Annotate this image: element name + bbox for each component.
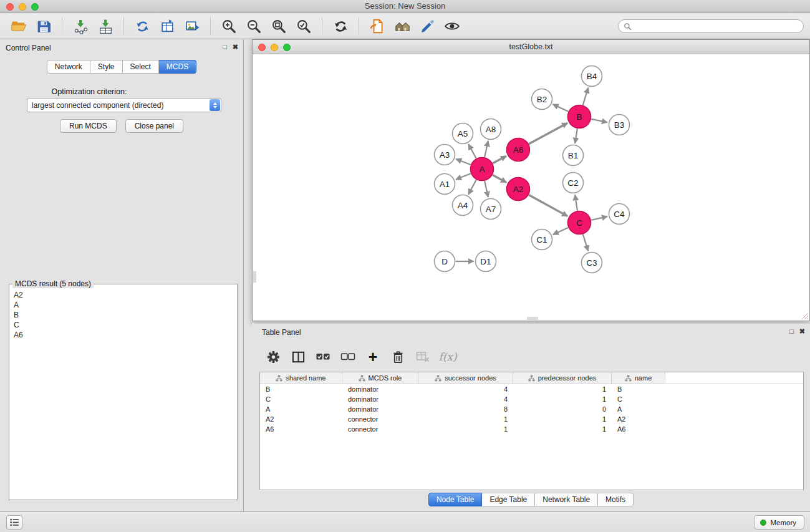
show-panel-list-button[interactable] xyxy=(6,515,22,530)
network-node-A[interactable]: A xyxy=(471,158,494,181)
new-table-button[interactable] xyxy=(157,16,178,36)
result-item[interactable]: A2 xyxy=(14,290,233,300)
zoom-network-window-button[interactable] xyxy=(283,44,291,51)
column-header-predecessor-nodes[interactable]: predecessor nodes xyxy=(513,372,612,384)
network-node-A7[interactable]: A7 xyxy=(481,199,501,220)
network-edge-A-A8[interactable] xyxy=(485,141,488,157)
network-graph[interactable]: B4B2BB3A5A8A6A3B1AC2A1A2A4A7C4CC1C3DD1 xyxy=(253,54,809,321)
delete-table-button[interactable] xyxy=(413,347,433,366)
horizontal-scroll-hint[interactable] xyxy=(527,317,538,320)
network-node-C1[interactable]: C1 xyxy=(532,230,552,250)
zoom-fit-button[interactable] xyxy=(268,16,289,36)
column-header-mcds-role[interactable]: MCDS role xyxy=(342,372,418,384)
table-row[interactable]: A2connector11A2 xyxy=(260,414,803,424)
tab-node-table[interactable]: Node Table xyxy=(428,493,483,506)
memory-button[interactable]: Memory xyxy=(754,515,804,530)
search-field[interactable] xyxy=(618,19,804,33)
save-session-button[interactable] xyxy=(33,16,54,36)
network-edge-C-C3[interactable] xyxy=(583,235,588,251)
network-node-D1[interactable]: D1 xyxy=(476,251,496,272)
result-item[interactable]: A xyxy=(14,300,233,310)
delete-row-button[interactable] xyxy=(388,347,408,366)
run-mcds-button[interactable]: Run MCDS xyxy=(60,119,117,133)
network-node-B3[interactable]: B3 xyxy=(609,115,630,135)
close-panel-icon[interactable]: ✖ xyxy=(799,327,805,336)
zoom-in-button[interactable] xyxy=(218,16,239,36)
network-edge-A-A2[interactable] xyxy=(493,175,506,182)
network-canvas[interactable]: B4B2BB3A5A8A6A3B1AC2A1A2A4A7C4CC1C3DD1 xyxy=(253,54,809,321)
home-button[interactable] xyxy=(392,16,413,36)
network-edge-A-A1[interactable] xyxy=(456,173,471,180)
column-header-name[interactable]: name xyxy=(612,372,665,384)
select-all-button[interactable] xyxy=(313,347,333,366)
result-item[interactable]: C xyxy=(14,320,233,330)
close-network-window-button[interactable] xyxy=(258,44,266,51)
zoom-out-button[interactable] xyxy=(243,16,264,36)
import-network-button[interactable] xyxy=(70,16,91,36)
vertical-scroll-hint[interactable] xyxy=(253,271,256,283)
optimization-criterion-dropdown[interactable]: largest connected component (directed) xyxy=(27,98,221,112)
float-panel-icon[interactable]: □ xyxy=(789,327,794,336)
zoom-selected-button[interactable] xyxy=(293,16,314,36)
network-edge-A-A6[interactable] xyxy=(493,156,506,163)
minimize-network-window-button[interactable] xyxy=(271,44,278,51)
network-edge-B-B4[interactable] xyxy=(583,88,589,105)
tab-mcds[interactable]: MCDS xyxy=(159,60,196,74)
export-image-button[interactable] xyxy=(181,16,203,36)
show-column-button[interactable] xyxy=(288,347,308,366)
network-node-A6[interactable]: A6 xyxy=(507,138,530,162)
close-panel-button[interactable]: Close panel xyxy=(125,119,183,133)
network-edge-A-A3[interactable] xyxy=(456,159,471,165)
result-item[interactable]: B xyxy=(14,310,233,320)
unselect-all-button[interactable] xyxy=(338,347,358,366)
network-node-A1[interactable]: A1 xyxy=(435,174,455,195)
table-options-button[interactable] xyxy=(263,347,283,366)
network-node-A4[interactable]: A4 xyxy=(453,195,473,216)
network-node-A3[interactable]: A3 xyxy=(435,145,455,165)
table-row[interactable]: Cdominator41C xyxy=(260,394,803,404)
column-header-successor-nodes[interactable]: successor nodes xyxy=(418,372,513,384)
network-edge-A-A7[interactable] xyxy=(485,181,488,197)
new-network-button[interactable] xyxy=(132,16,153,36)
tab-edge-table[interactable]: Edge Table xyxy=(482,493,535,506)
network-node-A8[interactable]: A8 xyxy=(481,119,501,140)
network-edge-A6-B[interactable] xyxy=(529,123,567,143)
network-window-titlebar[interactable]: testGlobe.txt xyxy=(253,40,809,54)
network-edge-A-A4[interactable] xyxy=(468,180,476,195)
network-node-B1[interactable]: B1 xyxy=(563,145,584,166)
network-node-A5[interactable]: A5 xyxy=(453,123,473,144)
network-edge-B-B2[interactable] xyxy=(553,104,569,112)
refresh-view-button[interactable] xyxy=(330,16,351,36)
network-node-A2[interactable]: A2 xyxy=(507,178,530,201)
tab-motifs[interactable]: Motifs xyxy=(598,493,634,506)
close-panel-icon[interactable]: ✖ xyxy=(233,43,238,51)
network-node-B2[interactable]: B2 xyxy=(532,89,552,110)
import-table-button[interactable] xyxy=(95,16,116,36)
network-edge-C-C2[interactable] xyxy=(575,195,577,210)
tab-network[interactable]: Network xyxy=(47,60,90,74)
apply-style-button[interactable] xyxy=(417,16,438,36)
network-node-C4[interactable]: C4 xyxy=(609,204,630,225)
tab-network-table[interactable]: Network Table xyxy=(535,493,598,506)
node-table[interactable]: shared nameMCDS rolesuccessor nodesprede… xyxy=(259,372,804,490)
close-window-button[interactable] xyxy=(6,3,14,11)
network-node-B4[interactable]: B4 xyxy=(582,66,602,87)
resize-grip-icon[interactable] xyxy=(800,311,809,320)
network-edge-A-A5[interactable] xyxy=(468,144,476,158)
tab-select[interactable]: Select xyxy=(123,60,159,74)
network-node-C2[interactable]: C2 xyxy=(563,173,584,193)
network-node-B[interactable]: B xyxy=(568,105,591,128)
window-titlebar[interactable]: Session: New Session xyxy=(0,0,810,13)
open-file-button[interactable] xyxy=(8,16,29,36)
function-builder-button[interactable]: f(x) xyxy=(438,347,458,366)
network-node-D[interactable]: D xyxy=(435,251,455,272)
network-node-C[interactable]: C xyxy=(568,211,591,235)
network-edge-C-C1[interactable] xyxy=(553,228,568,235)
table-row[interactable]: Adominator80A xyxy=(260,404,803,414)
open-recent-file-button[interactable] xyxy=(367,16,388,36)
show-hide-details-button[interactable] xyxy=(441,16,463,36)
result-item[interactable]: A6 xyxy=(14,330,233,340)
zoom-window-button[interactable] xyxy=(31,3,39,11)
network-node-C3[interactable]: C3 xyxy=(582,253,602,273)
network-edge-C-C4[interactable] xyxy=(591,216,607,220)
